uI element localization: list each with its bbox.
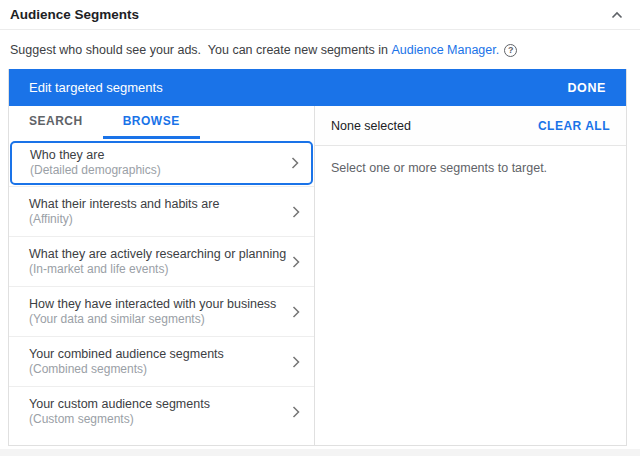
collapse-section-button[interactable]: [606, 4, 628, 26]
page-title: Audience Segments: [10, 7, 139, 22]
suggestion-text: Suggest who should see your ads. You can…: [0, 30, 640, 68]
chevron-right-icon: [292, 356, 300, 368]
list-item-subtitle: (Your data and similar segments): [29, 312, 276, 328]
list-item-title: What their interests and habits are: [29, 196, 219, 212]
edit-bar-title: Edit targeted segments: [29, 80, 163, 95]
list-item-text: Your combined audience segments (Combine…: [29, 346, 224, 378]
list-item-subtitle: (In-market and life events): [29, 262, 286, 278]
list-item-text: Who they are (Detailed demographics): [30, 147, 161, 179]
list-item-researching-planning[interactable]: What they are actively researching or pl…: [9, 236, 314, 286]
list-item-text: How they have interacted with your busin…: [29, 296, 276, 328]
audience-manager-link[interactable]: Audience Manager.: [392, 43, 500, 57]
clear-all-button[interactable]: CLEAR ALL: [538, 119, 610, 133]
list-item-title: Your combined audience segments: [29, 346, 224, 362]
list-item-text: What they are actively researching or pl…: [29, 246, 286, 278]
list-item-interacted-business[interactable]: How they have interacted with your busin…: [9, 286, 314, 336]
selection-header: None selected CLEAR ALL: [315, 106, 626, 146]
suggestion-text-before-link: Suggest who should see your ads. You can…: [10, 43, 392, 57]
panel-body: SEARCH BROWSE Who they are (Detailed dem…: [9, 106, 626, 445]
chevron-right-icon: [292, 306, 300, 318]
tab-search[interactable]: SEARCH: [9, 106, 103, 139]
list-item-text: Your custom audience segments (Custom se…: [29, 396, 210, 428]
selection-column: None selected CLEAR ALL Select one or mo…: [315, 106, 626, 445]
chevron-up-icon: [611, 11, 623, 19]
list-item-title: Who they are: [30, 147, 161, 163]
segment-category-list: Who they are (Detailed demographics) Wha…: [9, 139, 314, 445]
list-item-combined-segments[interactable]: Your combined audience segments (Combine…: [9, 336, 314, 386]
browse-column: SEARCH BROWSE Who they are (Detailed dem…: [9, 106, 315, 445]
list-item-who-they-are[interactable]: Who they are (Detailed demographics): [10, 141, 313, 185]
page-footer-strip: [0, 449, 640, 456]
list-item-custom-segments[interactable]: Your custom audience segments (Custom se…: [9, 386, 314, 436]
list-item-title: How they have interacted with your busin…: [29, 296, 276, 312]
list-item-text: What their interests and habits are (Aff…: [29, 196, 219, 228]
list-item-title: What they are actively researching or pl…: [29, 246, 286, 262]
tab-bar: SEARCH BROWSE: [9, 106, 314, 139]
chevron-right-icon: [292, 206, 300, 218]
tab-browse[interactable]: BROWSE: [103, 106, 200, 139]
list-item-subtitle: (Combined segments): [29, 362, 224, 378]
list-item-subtitle: (Affinity): [29, 212, 219, 228]
help-icon[interactable]: ?: [504, 44, 517, 57]
chevron-right-icon: [291, 157, 299, 169]
audience-segments-header: Audience Segments: [0, 0, 640, 30]
chevron-right-icon: [292, 406, 300, 418]
list-item-interests-habits[interactable]: What their interests and habits are (Aff…: [9, 186, 314, 236]
list-item-subtitle: (Detailed demographics): [30, 163, 161, 179]
empty-selection-message: Select one or more segments to target.: [315, 146, 626, 190]
list-item-subtitle: (Custom segments): [29, 412, 210, 428]
done-button[interactable]: DONE: [567, 81, 606, 95]
list-item-title: Your custom audience segments: [29, 396, 210, 412]
edit-targeted-segments-panel: Edit targeted segments DONE SEARCH BROWS…: [8, 69, 627, 446]
chevron-right-icon: [292, 256, 300, 268]
edit-bar: Edit targeted segments DONE: [9, 69, 626, 106]
selection-status: None selected: [331, 119, 411, 133]
